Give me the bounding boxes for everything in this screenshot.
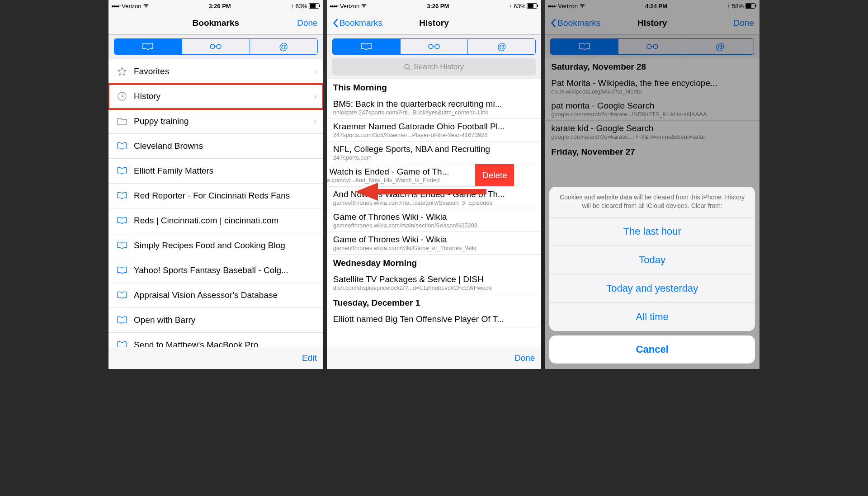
bookmark-row[interactable]: Elliott Family Matters (108, 159, 323, 184)
book-icon (115, 316, 129, 324)
action-sheet-option[interactable]: All time (549, 303, 755, 331)
history-row[interactable]: Kraemer Named Gatorade Ohio Football Pl.… (327, 119, 542, 142)
seg-shared-links[interactable]: @ (468, 39, 535, 54)
edit-button[interactable]: Edit (302, 353, 317, 363)
seg-bookmarks[interactable] (333, 39, 401, 54)
glasses-icon (209, 43, 222, 50)
row-label: History (134, 91, 160, 101)
history-row[interactable]: Game of Thrones Wiki - Wikiagameofthrone… (327, 209, 542, 232)
svg-rect-1 (310, 4, 316, 8)
book-icon (115, 341, 129, 347)
bookmark-row[interactable]: Puppy training› (108, 109, 323, 134)
svg-point-9 (429, 44, 433, 49)
back-button[interactable]: Bookmarks (332, 18, 382, 28)
bookmark-row[interactable]: Simply Recipes Food and Cooking Blog (108, 233, 323, 258)
history-row[interactable]: w His Watch is Ended - Game of Th...nes.… (327, 164, 514, 187)
bookmark-row[interactable]: History› (108, 84, 323, 109)
screenshot-bookmarks: ●●●●○Verizon 3:26 PM ᚼ63% Bookmarks Done… (108, 0, 323, 369)
book-icon (115, 291, 129, 299)
battery-pct: 63% (296, 3, 307, 9)
history-row[interactable]: NFL, College Sports, NBA and Recruiting2… (327, 142, 542, 164)
row-label: Favorites (134, 66, 169, 76)
svg-point-10 (435, 44, 439, 49)
bookmark-row[interactable]: Send to Matthew's MacBook Pro (108, 333, 323, 347)
row-label: Send to Matthew's MacBook Pro (134, 340, 258, 347)
nav-bar: Bookmarks Done (108, 12, 323, 35)
bookmark-row[interactable]: Cleveland Browns (108, 134, 323, 159)
seg-bookmarks[interactable] (114, 39, 182, 54)
action-sheet-option[interactable]: The last hour (549, 217, 755, 246)
action-sheet-option[interactable]: Today and yesterday (549, 274, 755, 303)
book-icon (115, 167, 129, 175)
battery-pct: 63% (514, 3, 525, 9)
history-title: Kraemer Named Gatorade Ohio Football Pl.… (333, 122, 535, 132)
row-label: Simply Recipes Food and Cooking Blog (134, 241, 285, 250)
history-title: And Now His Watch is Ended - Game of Th.… (333, 189, 535, 199)
bookmark-list[interactable]: Favorites›History›Puppy training›Clevela… (108, 59, 323, 347)
search-input[interactable]: Search History (332, 58, 536, 76)
bookmark-row[interactable]: Reds | Cincinnati.com | cincinnati.com (108, 208, 323, 233)
history-title: Game of Thrones Wiki - Wikia (333, 235, 535, 245)
clock-icon (115, 91, 129, 101)
chevron-right-icon: › (314, 116, 316, 126)
done-button[interactable]: Done (514, 353, 535, 363)
svg-point-4 (217, 44, 221, 49)
seg-reading-list[interactable] (182, 39, 250, 54)
history-row[interactable]: And Now His Watch is Ended - Game of Th.… (327, 187, 542, 209)
chevron-right-icon: › (314, 66, 316, 76)
section-header: Wednesday Morning (327, 255, 542, 272)
svg-point-11 (405, 64, 409, 69)
chevron-right-icon: › (314, 91, 316, 101)
book-icon (115, 192, 129, 200)
history-row[interactable]: Elliott named Big Ten Offensive Player O… (327, 312, 542, 327)
folder-icon (115, 117, 129, 125)
bluetooth-icon: ᚼ (291, 3, 294, 9)
history-title: BM5: Back in the quarterback recruiting … (333, 99, 535, 109)
bookmark-row[interactable]: Favorites› (108, 59, 323, 84)
seg-shared-links[interactable]: @ (250, 39, 317, 54)
history-url: ohiostate.247sports.com/Arti...Buckeyes&… (333, 109, 535, 116)
history-url: gameofthrones.wikia.com/ma...category/Se… (333, 199, 535, 206)
seg-reading-list[interactable] (401, 39, 468, 54)
svg-point-3 (210, 44, 215, 49)
history-title: Elliott named Big Ten Offensive Player O… (333, 314, 535, 324)
done-button[interactable]: Done (297, 18, 317, 28)
action-sheet-option[interactable]: Today (549, 246, 755, 274)
bottom-toolbar: Done (327, 347, 542, 369)
signal-dots-icon: ●●●●○ (111, 4, 120, 9)
book-icon (115, 217, 129, 225)
clock-label: 3:26 PM (209, 3, 231, 9)
book-icon (115, 241, 129, 250)
row-label: Appraisal Vision Assessor's Database (134, 290, 278, 300)
at-icon: @ (279, 42, 288, 52)
wifi-icon (361, 4, 367, 8)
svg-rect-7 (528, 4, 533, 8)
wifi-icon (143, 4, 149, 8)
book-icon (115, 266, 129, 274)
history-url: 247sports.com (333, 154, 535, 161)
history-row[interactable]: BM5: Back in the quarterback recruiting … (327, 96, 542, 119)
clear-history-action-sheet: Cookies and website data will be cleared… (549, 187, 755, 364)
bookmark-row[interactable]: Appraisal Vision Assessor's Database (108, 283, 323, 308)
book-open-icon (142, 43, 154, 51)
history-title: Game of Thrones Wiki - Wikia (333, 212, 535, 222)
nav-bar: Bookmarks History (327, 12, 542, 35)
history-title: NFL, College Sports, NBA and Recruiting (333, 144, 535, 154)
at-icon: @ (497, 42, 506, 52)
history-row[interactable]: Game of Thrones Wiki - Wikiagameofthrone… (327, 232, 542, 255)
bookmark-row[interactable]: Open with Barry (108, 308, 323, 333)
history-list[interactable]: This MorningBM5: Back in the quarterback… (327, 79, 542, 347)
history-url: dish.com/displaypricelock2/?...d=CLjhnob… (333, 284, 535, 291)
segmented-control[interactable]: @ (114, 38, 318, 55)
delete-button[interactable]: Delete (475, 164, 514, 186)
history-row[interactable]: Satellite TV Packages & Service | DISHdi… (327, 272, 542, 294)
action-sheet-message: Cookies and website data will be cleared… (549, 187, 755, 217)
bookmark-row[interactable]: Red Reporter - For Cincinnati Reds Fans (108, 184, 323, 208)
segmented-control[interactable]: @ (332, 38, 536, 55)
cancel-button[interactable]: Cancel (549, 335, 755, 364)
signal-dots-icon: ●●●●○ (330, 4, 339, 9)
carrier-label: Verizon (122, 3, 141, 9)
nav-title: Bookmarks (108, 18, 323, 28)
row-label: Cleveland Browns (134, 141, 203, 151)
bookmark-row[interactable]: Yahoo! Sports Fantasy Baseball - Colg... (108, 258, 323, 283)
